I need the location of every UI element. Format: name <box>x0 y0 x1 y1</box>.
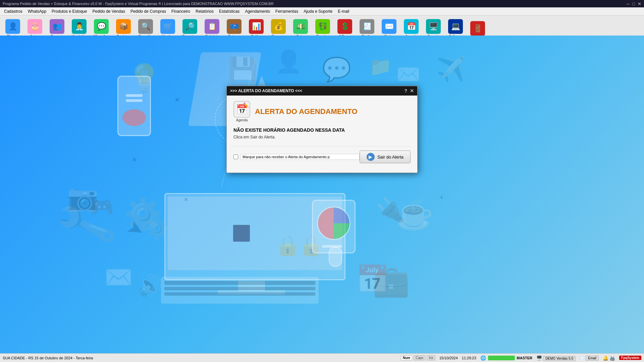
dialog-sub-message: Clica em Sair do Alerta. <box>233 135 411 139</box>
toolbar-icon-exit: 🚪 <box>470 21 485 36</box>
agenda-icon: 📅 ✏️ <box>233 101 250 118</box>
dialog-title-text: >>> ALERTA DO AGENDAMENTO <<< <box>230 88 302 93</box>
status-time: 11:29:23 <box>462 356 476 360</box>
dialog-content: 📅 ✏️ Agenda ALERTA DO AGENDAMENTO NÃO EX… <box>227 96 417 169</box>
maximize-button[interactable]: □ <box>632 1 635 6</box>
title-bar-controls: ─ □ ✕ <box>627 1 641 6</box>
dialog-heading-area: ALERTA DO AGENDAMENTO <box>255 107 358 116</box>
menu-item-ferramentas[interactable]: Ferramentas <box>273 8 301 14</box>
menu-item-agendamento[interactable]: Agendamento <box>242 8 273 14</box>
menu-item-email[interactable]: E-mail <box>335 8 352 14</box>
status-green-bar <box>488 356 515 360</box>
menu-item-produtos[interactable]: Produtos e Estoque <box>49 8 90 14</box>
dialog-help-button[interactable]: ? <box>404 88 407 94</box>
toolbar-icon-grafico: 📊 <box>249 19 264 34</box>
menu-item-cadastros[interactable]: Cadastros <box>1 8 25 14</box>
menu-item-pedido-vendas[interactable]: Pedido de Vendas <box>90 8 127 14</box>
status-indicator: 🌐 MASTER <box>480 355 532 361</box>
toolbar-icon-pesquisar: 🔎 <box>182 19 197 34</box>
toolbar-icon-consultar: 🔍 <box>138 19 153 34</box>
menu-item-relatorios[interactable]: Relatórios <box>193 8 216 14</box>
fpq-label: FpqSystem <box>619 356 641 360</box>
menu-item-ajuda[interactable]: Ajuda e Suporte <box>301 8 335 14</box>
sair-alerta-button[interactable]: ▶ Sair do Alerta <box>360 150 411 163</box>
toolbar-icon-receber: 💱 <box>315 19 330 34</box>
toolbar-icon-whatsapp: 💬 <box>94 19 109 34</box>
dialog-overlay: >>> ALERTA DO AGENDAMENTO <<< ? ✕ 📅 ✏️ A… <box>0 36 644 355</box>
status-demo: 🖥️ DEMO Vendas 5.0 <box>536 355 576 361</box>
toolbar-icon-clientes: 👤 <box>5 19 20 34</box>
title-text: Programa Pedido de Vendas + Estoque & Fi… <box>3 2 274 6</box>
dialog-title-bar: >>> ALERTA DO AGENDAMENTO <<< ? ✕ <box>227 86 417 96</box>
checkbox-label: Marque para não receber o Alerta do Agen… <box>240 154 360 160</box>
menu-item-pedido-compras[interactable]: Pedido de Compras <box>128 8 169 14</box>
background: 💡 💾 👤 💬 📁 ✉️ ✈️ 🔧 ⚙️ ⚙️ 📷 🎮 ✉️ 🔊 🔒 🔒 🔌 ☕ <box>0 36 644 355</box>
close-button[interactable]: ✕ <box>638 1 641 6</box>
title-bar: Programa Pedido de Vendas + Estoque & Fi… <box>0 0 644 7</box>
toolbar-icon-produtos: 📦 <box>116 19 131 34</box>
dialog-header: 📅 ✏️ Agenda ALERTA DO AGENDAMENTO <box>233 101 411 122</box>
menu-item-financeiro[interactable]: Financeiro <box>169 8 193 14</box>
toolbar-icon-aniver: 🎂 <box>28 19 42 34</box>
dialog-title-controls: ? ✕ <box>404 88 414 94</box>
minimize-button[interactable]: ─ <box>627 1 630 6</box>
sair-button-label: Sair do Alerta <box>377 155 404 160</box>
menu-item-whatsapp[interactable]: WhatsApp <box>25 8 49 14</box>
toolbar-icon-software: 💻 <box>448 19 463 34</box>
checkbox-area: Marque para não receber o Alerta do Agen… <box>233 154 360 160</box>
email-label: Email <box>586 356 599 361</box>
dialog-footer: Marque para não receber o Alerta do Agen… <box>233 146 411 163</box>
demo-label: DEMO Vendas 5.0 <box>543 356 576 361</box>
dialog-icon-wrapper: 📅 ✏️ Agenda <box>233 101 250 122</box>
status-date: 15/10/2024 <box>439 356 458 360</box>
status-bar: SUA CIDADE - RS 15 de Outubro de 2024 - … <box>0 353 644 362</box>
toolbar-icon-apagar: 💲 <box>337 19 352 34</box>
status-icons: 🔔 🖨️ <box>603 355 615 361</box>
toolbar-icon-financas: 💰 <box>271 19 286 34</box>
status-keys: Num Caps Ins <box>401 355 435 360</box>
toolbar-icon-caixa: 💵 <box>293 19 308 34</box>
toolbar-icon-cartas: ✉️ <box>382 19 396 34</box>
menu-item-estatisticas[interactable]: Estatísticas <box>216 8 242 14</box>
toolbar-icon-fornece: 👥 <box>50 19 64 34</box>
status-master: MASTER <box>517 356 532 360</box>
toolbar-icon-entrega: 📫 <box>227 19 241 34</box>
toolbar-icon-agenda: 📅 <box>404 19 419 34</box>
num-key: Num <box>401 355 412 360</box>
dialog-icon-label: Agenda <box>236 118 248 122</box>
toolbar-icon-vendedor: 👨‍💼 <box>72 19 87 34</box>
no-alert-checkbox[interactable] <box>233 155 238 159</box>
dialog-main-message: NÃO EXISTE HORÁRIO AGENDADO NESSA DATA <box>233 127 411 133</box>
ins-key: Ins <box>427 355 435 360</box>
caps-key: Caps <box>414 355 425 360</box>
alert-dialog: >>> ALERTA DO AGENDAMENTO <<< ? ✕ 📅 ✏️ A… <box>226 86 418 173</box>
status-location: SUA CIDADE - RS 15 de Outubro de 2024 - … <box>3 356 397 360</box>
toolbar-icon-vendas: 🛒 <box>160 19 175 34</box>
sair-icon: ▶ <box>367 153 375 161</box>
menu-bar: CadastrosWhatsAppProdutos e EstoquePedid… <box>0 7 644 15</box>
toolbar-icon-suporte: 🖥️ <box>426 19 441 34</box>
toolbar-icon-recibo: 🧾 <box>360 19 374 34</box>
dialog-close-button[interactable]: ✕ <box>410 88 414 94</box>
dialog-heading: ALERTA DO AGENDAMENTO <box>255 107 358 116</box>
status-email: ✉️ Email <box>580 356 599 360</box>
toolbar-icon-relatorio: 📋 <box>205 19 219 34</box>
